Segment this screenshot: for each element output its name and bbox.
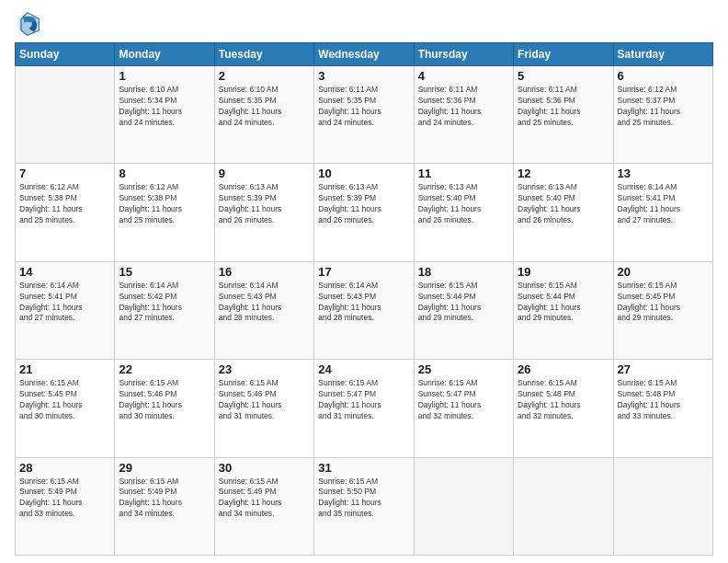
weekday-header-friday: Friday [514, 43, 613, 66]
day-info: Sunrise: 6:14 AM Sunset: 5:41 PM Dayligh… [618, 182, 709, 226]
calendar-cell: 15Sunrise: 6:14 AM Sunset: 5:42 PM Dayli… [115, 261, 214, 359]
day-number: 11 [418, 167, 509, 180]
calendar-cell: 13Sunrise: 6:14 AM Sunset: 5:41 PM Dayli… [613, 164, 712, 261]
calendar-cell [514, 457, 613, 555]
day-info: Sunrise: 6:13 AM Sunset: 5:39 PM Dayligh… [318, 182, 409, 226]
day-info: Sunrise: 6:10 AM Sunset: 5:34 PM Dayligh… [119, 85, 210, 129]
day-number: 2 [219, 69, 310, 83]
calendar-cell: 14Sunrise: 6:14 AM Sunset: 5:41 PM Dayli… [16, 261, 115, 359]
weekday-header-row: SundayMondayTuesdayWednesdayThursdayFrid… [16, 43, 713, 66]
day-info: Sunrise: 6:15 AM Sunset: 5:46 PM Dayligh… [119, 378, 210, 422]
weekday-header-thursday: Thursday [414, 43, 513, 66]
calendar-table: SundayMondayTuesdayWednesdayThursdayFrid… [15, 42, 713, 556]
day-info: Sunrise: 6:10 AM Sunset: 5:35 PM Dayligh… [219, 85, 310, 129]
calendar-cell: 31Sunrise: 6:15 AM Sunset: 5:50 PM Dayli… [314, 457, 414, 555]
day-info: Sunrise: 6:15 AM Sunset: 5:49 PM Dayligh… [219, 477, 310, 521]
day-info: Sunrise: 6:13 AM Sunset: 5:40 PM Dayligh… [418, 182, 509, 226]
day-number: 22 [119, 362, 210, 376]
day-info: Sunrise: 6:15 AM Sunset: 5:44 PM Dayligh… [518, 281, 609, 325]
page: SundayMondayTuesdayWednesdayThursdayFrid… [0, 0, 728, 563]
calendar-cell: 28Sunrise: 6:15 AM Sunset: 5:49 PM Dayli… [16, 457, 115, 555]
day-number: 17 [318, 265, 409, 279]
weekday-header-tuesday: Tuesday [214, 43, 313, 66]
day-info: Sunrise: 6:12 AM Sunset: 5:38 PM Dayligh… [119, 182, 210, 226]
day-info: Sunrise: 6:15 AM Sunset: 5:47 PM Dayligh… [318, 378, 409, 422]
day-number: 24 [318, 362, 409, 376]
calendar-cell: 6Sunrise: 6:12 AM Sunset: 5:37 PM Daylig… [613, 66, 712, 164]
day-number: 6 [618, 69, 709, 83]
calendar-cell: 9Sunrise: 6:13 AM Sunset: 5:39 PM Daylig… [214, 164, 313, 261]
calendar-cell: 26Sunrise: 6:15 AM Sunset: 5:48 PM Dayli… [514, 360, 613, 457]
calendar-cell: 17Sunrise: 6:14 AM Sunset: 5:43 PM Dayli… [314, 261, 414, 359]
day-number: 19 [518, 265, 609, 279]
day-number: 28 [19, 461, 110, 475]
logo [15, 11, 44, 37]
calendar-week-2: 7Sunrise: 6:12 AM Sunset: 5:38 PM Daylig… [16, 164, 713, 261]
day-number: 27 [618, 362, 709, 376]
day-info: Sunrise: 6:11 AM Sunset: 5:35 PM Dayligh… [318, 85, 409, 129]
day-info: Sunrise: 6:15 AM Sunset: 5:48 PM Dayligh… [618, 378, 709, 422]
day-number: 29 [119, 461, 210, 475]
calendar-cell: 11Sunrise: 6:13 AM Sunset: 5:40 PM Dayli… [414, 164, 513, 261]
calendar-cell: 29Sunrise: 6:15 AM Sunset: 5:49 PM Dayli… [115, 457, 214, 555]
calendar-cell: 23Sunrise: 6:15 AM Sunset: 5:46 PM Dayli… [214, 360, 313, 457]
day-number: 14 [19, 265, 110, 279]
day-number: 25 [418, 362, 509, 376]
day-number: 9 [219, 167, 310, 180]
calendar-cell: 18Sunrise: 6:15 AM Sunset: 5:44 PM Dayli… [414, 261, 513, 359]
calendar-cell: 2Sunrise: 6:10 AM Sunset: 5:35 PM Daylig… [214, 66, 313, 164]
calendar-cell: 3Sunrise: 6:11 AM Sunset: 5:35 PM Daylig… [314, 66, 414, 164]
calendar-week-1: 1Sunrise: 6:10 AM Sunset: 5:34 PM Daylig… [16, 66, 713, 164]
day-info: Sunrise: 6:12 AM Sunset: 5:37 PM Dayligh… [618, 85, 709, 129]
day-number: 3 [318, 69, 409, 83]
calendar-cell: 12Sunrise: 6:13 AM Sunset: 5:40 PM Dayli… [514, 164, 613, 261]
calendar-cell: 27Sunrise: 6:15 AM Sunset: 5:48 PM Dayli… [613, 360, 712, 457]
logo-icon [15, 11, 40, 37]
calendar-week-4: 21Sunrise: 6:15 AM Sunset: 5:45 PM Dayli… [16, 360, 713, 457]
calendar-cell [414, 457, 513, 555]
day-number: 26 [518, 362, 609, 376]
day-info: Sunrise: 6:15 AM Sunset: 5:45 PM Dayligh… [19, 378, 110, 422]
day-number: 10 [318, 167, 409, 180]
day-number: 1 [119, 69, 210, 83]
calendar-cell: 1Sunrise: 6:10 AM Sunset: 5:34 PM Daylig… [115, 66, 214, 164]
day-number: 30 [219, 461, 310, 475]
day-number: 31 [318, 461, 409, 475]
day-number: 13 [618, 167, 709, 180]
day-number: 18 [418, 265, 509, 279]
day-number: 23 [219, 362, 310, 376]
calendar-cell: 10Sunrise: 6:13 AM Sunset: 5:39 PM Dayli… [314, 164, 414, 261]
day-info: Sunrise: 6:11 AM Sunset: 5:36 PM Dayligh… [518, 85, 609, 129]
day-number: 8 [119, 167, 210, 180]
day-number: 5 [518, 69, 609, 83]
calendar-cell: 19Sunrise: 6:15 AM Sunset: 5:44 PM Dayli… [514, 261, 613, 359]
weekday-header-saturday: Saturday [613, 43, 712, 66]
day-number: 12 [518, 167, 609, 180]
calendar-week-3: 14Sunrise: 6:14 AM Sunset: 5:41 PM Dayli… [16, 261, 713, 359]
day-number: 16 [219, 265, 310, 279]
day-info: Sunrise: 6:15 AM Sunset: 5:49 PM Dayligh… [19, 477, 110, 521]
day-info: Sunrise: 6:14 AM Sunset: 5:42 PM Dayligh… [119, 281, 210, 325]
day-info: Sunrise: 6:12 AM Sunset: 5:38 PM Dayligh… [19, 182, 110, 226]
day-number: 15 [119, 265, 210, 279]
header [15, 11, 713, 37]
day-number: 4 [418, 69, 509, 83]
day-info: Sunrise: 6:15 AM Sunset: 5:45 PM Dayligh… [618, 281, 709, 325]
calendar-cell: 4Sunrise: 6:11 AM Sunset: 5:36 PM Daylig… [414, 66, 513, 164]
day-info: Sunrise: 6:13 AM Sunset: 5:39 PM Dayligh… [219, 182, 310, 226]
day-info: Sunrise: 6:13 AM Sunset: 5:40 PM Dayligh… [518, 182, 609, 226]
day-info: Sunrise: 6:14 AM Sunset: 5:43 PM Dayligh… [318, 281, 409, 325]
calendar-cell: 22Sunrise: 6:15 AM Sunset: 5:46 PM Dayli… [115, 360, 214, 457]
day-info: Sunrise: 6:11 AM Sunset: 5:36 PM Dayligh… [418, 85, 509, 129]
weekday-header-sunday: Sunday [16, 43, 115, 66]
day-number: 21 [19, 362, 110, 376]
calendar-cell: 5Sunrise: 6:11 AM Sunset: 5:36 PM Daylig… [514, 66, 613, 164]
weekday-header-monday: Monday [115, 43, 214, 66]
day-info: Sunrise: 6:15 AM Sunset: 5:47 PM Dayligh… [418, 378, 509, 422]
day-info: Sunrise: 6:14 AM Sunset: 5:41 PM Dayligh… [19, 281, 110, 325]
calendar-cell: 8Sunrise: 6:12 AM Sunset: 5:38 PM Daylig… [115, 164, 214, 261]
day-number: 20 [618, 265, 709, 279]
calendar-cell: 16Sunrise: 6:14 AM Sunset: 5:43 PM Dayli… [214, 261, 313, 359]
day-info: Sunrise: 6:15 AM Sunset: 5:46 PM Dayligh… [219, 378, 310, 422]
day-info: Sunrise: 6:15 AM Sunset: 5:48 PM Dayligh… [518, 378, 609, 422]
